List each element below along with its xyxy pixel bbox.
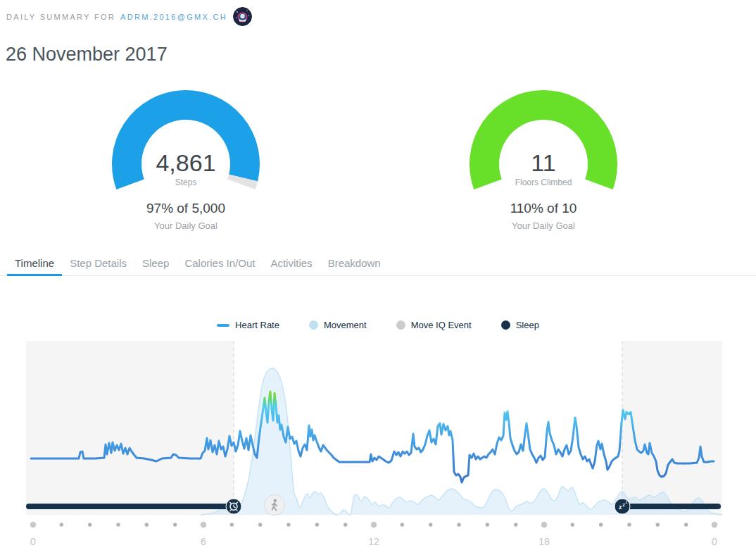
legend-item-heart-rate[interactable]: Heart Rate [217,320,279,330]
legend-swatch-icon [501,320,510,330]
timeline-legend: Heart RateMovementMove IQ EventSleep [0,320,756,330]
page-title: DAILY SUMMARY FOR [6,13,115,21]
alarm-clock-icon[interactable] [226,499,241,514]
hour-dot [429,523,432,526]
sleep-shaded-region [622,341,722,515]
hour-dot [371,522,377,528]
sleep-zzz-icon[interactable]: zzz [615,499,630,514]
hour-dot [145,523,149,526]
hour-dot [173,523,177,526]
tab-step-details[interactable]: Step Details [62,254,134,275]
axis-hour-label: 18 [538,536,550,547]
legend-label: Sleep [516,320,539,330]
hour-dot [88,523,92,526]
axis-hour-label: 0 [712,536,717,547]
hour-dot [30,522,37,528]
tab-timeline[interactable]: Timeline [7,254,62,275]
hour-dot [315,523,319,526]
hour-dot [258,523,262,526]
legend-label: Movement [324,320,367,330]
tab-calories-in-out[interactable]: Calories In/Out [177,254,263,275]
steps-gauge: 4,861 Steps 97% of 5,000 Your Daily Goal [111,88,260,239]
legend-item-sleep[interactable]: Sleep [501,320,539,330]
axis-hour-label: 6 [201,536,206,547]
svg-text:z: z [619,504,622,511]
date-heading: 26 November 2017 [6,44,168,66]
hour-dot [457,523,460,526]
floors-goal-text: Your Daily Goal [469,220,618,231]
legend-label: Move IQ Event [411,320,472,330]
legend-swatch-icon [217,324,229,327]
hour-dot [60,523,63,526]
sleep-shaded-region [26,341,234,515]
daily-summary-page: DAILY SUMMARY FOR ADRM.2016@GMX.CH 26 No… [0,0,756,555]
steps-goal-text: Your Daily Goal [111,220,260,231]
floors-gauge: 11 Floors Climbed 110% of 10 Your Daily … [469,88,618,239]
user-avatar[interactable] [233,7,252,26]
hour-dot [401,523,404,526]
tab-sleep[interactable]: Sleep [134,254,177,275]
legend-swatch-icon [309,320,318,330]
legend-item-move-iq-event[interactable]: Move IQ Event [396,320,472,330]
steps-value: 4,861 [111,150,260,175]
user-email-link[interactable]: ADRM.2016@GMX.CH [120,13,227,21]
timeline-chart[interactable]: zzz0612180 [0,338,756,549]
hour-dot [599,523,603,526]
tab-breakdown[interactable]: Breakdown [320,254,389,275]
floors-percent-text: 110% of 10 [469,201,618,216]
hour-dot [656,523,660,526]
tab-list: TimelineStep DetailsSleepCalories In/Out… [0,254,756,275]
hour-dot [486,523,489,526]
steps-percent-text: 97% of 5,000 [111,201,260,216]
hour-dot [116,523,120,526]
walking-person-icon[interactable] [265,495,285,516]
floors-value: 11 [469,150,618,175]
hour-dot [712,522,718,528]
tab-activities[interactable]: Activities [263,254,320,275]
hour-dot [541,522,548,528]
sleep-bar [622,504,721,509]
legend-item-movement[interactable]: Movement [309,320,367,330]
axis-hour-label: 0 [30,536,36,547]
summary-tabbar: TimelineStep DetailsSleepCalories In/Out… [0,254,756,276]
hour-dot [230,523,234,526]
page-header: DAILY SUMMARY FOR ADRM.2016@GMX.CH [6,7,252,26]
avatar-image [233,7,252,26]
steps-label: Steps [111,177,260,187]
hour-dot [201,522,207,528]
hour-dot [627,523,631,526]
hour-dot [286,523,290,526]
legend-swatch-icon [396,320,405,330]
legend-label: Heart Rate [235,320,279,330]
floors-label: Floors Climbed [469,177,618,187]
hour-dot [571,523,574,526]
axis-hour-label: 12 [368,536,379,547]
hour-dot [684,523,688,526]
hour-dot [514,523,517,526]
sleep-bar [26,504,234,509]
hour-dot [344,523,347,526]
